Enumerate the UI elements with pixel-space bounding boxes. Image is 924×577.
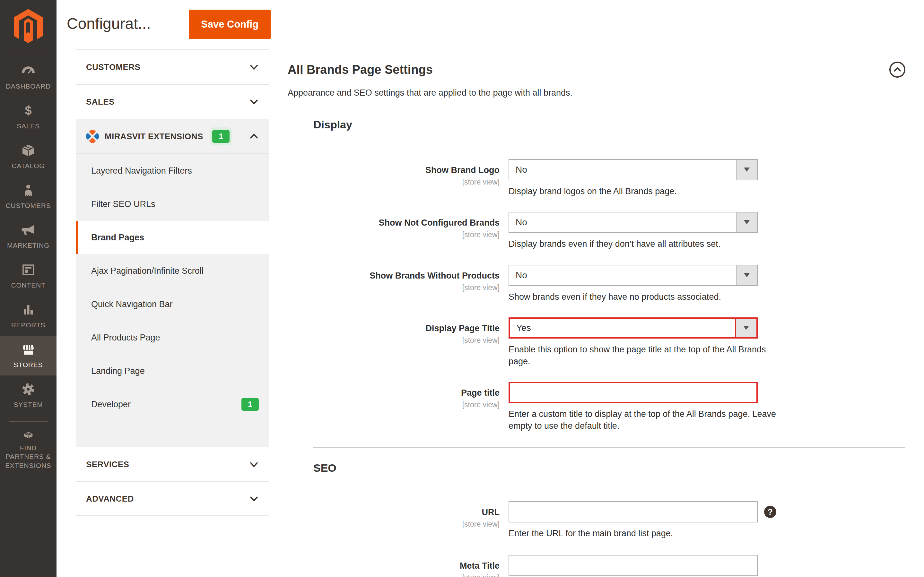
- sales-icon: $: [21, 103, 36, 118]
- sidebar-item-sales[interactable]: $ SALES: [0, 97, 56, 137]
- config-section-services[interactable]: SERVICES: [76, 447, 269, 481]
- extensions-brick-icon: [21, 427, 36, 440]
- config-section-customers[interactable]: CUSTOMERS: [76, 50, 269, 84]
- config-section-label: MIRASVIT EXTENSIONS: [105, 132, 203, 142]
- sidebar-item-catalog[interactable]: CATALOG: [0, 137, 56, 177]
- svg-text:$: $: [25, 104, 31, 117]
- submenu-item-layered-navigation-filters[interactable]: Layered Navigation Filters: [76, 154, 269, 187]
- sidebar-item-label: DASHBOARD: [6, 82, 51, 90]
- field-scope: [store view]: [269, 284, 500, 292]
- config-section-mirasvit-extensions[interactable]: MIRASVIT EXTENSIONS 1: [76, 119, 269, 153]
- url-input[interactable]: [508, 501, 758, 522]
- section-description: Appearance and SEO settings that are app…: [288, 88, 905, 98]
- submenu-item-brand-pages[interactable]: Brand Pages: [76, 221, 269, 254]
- field-note: Display brands even if they don’t have a…: [508, 238, 758, 250]
- field-note: Enter a custom title to display at the t…: [508, 408, 787, 432]
- submenu-item-label: Brand Pages: [91, 233, 144, 243]
- field-scope: [store view]: [269, 230, 500, 239]
- field-show-brand-logo: Show Brand Logo [store view] No Display …: [269, 159, 924, 197]
- submenu-item-label: Developer: [91, 400, 131, 409]
- submenu-item-filter-seo-urls[interactable]: Filter SEO URLs: [76, 187, 269, 221]
- magento-logo-icon[interactable]: [12, 8, 44, 45]
- field-label: URL: [482, 508, 500, 517]
- field-show-not-configured-brands: Show Not Configured Brands [store view] …: [269, 212, 924, 250]
- dropdown-arrow-icon: [736, 160, 757, 180]
- sidebar-item-find-partners[interactable]: FIND PARTNERS & EXTENSIONS: [0, 427, 56, 470]
- submenu-item-developer[interactable]: Developer 1: [76, 388, 269, 421]
- config-section-advanced[interactable]: ADVANCED: [76, 481, 269, 516]
- sidebar-item-reports[interactable]: REPORTS: [0, 296, 56, 336]
- submenu-item-ajax-pagination[interactable]: Ajax Pagination/Infinite Scroll: [76, 254, 269, 287]
- field-page-title: Page title [store view] Enter a custom t…: [269, 382, 924, 432]
- field-label: Show Brands Without Products: [369, 271, 500, 280]
- chevron-down-icon: [249, 98, 259, 105]
- field-note: Enable this option to show the page titl…: [508, 344, 787, 367]
- field-scope: [store view]: [269, 573, 500, 577]
- dropdown-arrow-icon: [736, 213, 757, 232]
- display-page-title-select[interactable]: Yes: [508, 318, 758, 338]
- chevron-down-icon: [249, 64, 259, 70]
- collapse-section-button[interactable]: [889, 61, 905, 78]
- config-section-sales[interactable]: SALES: [76, 84, 269, 119]
- show-brands-without-products-select[interactable]: No: [508, 265, 758, 286]
- config-nav: CUSTOMERS SALES MIRASVIT EXTENSIONS 1: [76, 50, 269, 516]
- dashboard-icon: [21, 63, 36, 79]
- sidebar-item-label: SYSTEM: [13, 400, 43, 409]
- config-section-label: CUSTOMERS: [86, 62, 140, 72]
- sidebar-item-label: CATALOG: [12, 161, 45, 170]
- marketing-icon: [21, 222, 36, 238]
- mirasvit-submenu: Layered Navigation Filters Filter SEO UR…: [76, 153, 269, 447]
- notification-badge: 1: [212, 130, 229, 143]
- sidebar-item-system[interactable]: SYSTEM: [0, 376, 56, 415]
- field-display-page-title: Display Page Title [store view] Yes Enab…: [269, 318, 924, 367]
- stores-icon: [21, 342, 36, 357]
- submenu-item-label: Landing Page: [91, 366, 145, 376]
- field-label: Page title: [461, 388, 500, 398]
- sidebar-item-content[interactable]: CONTENT: [0, 256, 56, 296]
- field-scope: [store view]: [269, 400, 500, 409]
- group-title-seo: SEO: [313, 462, 924, 474]
- submenu-item-all-products-page[interactable]: All Products Page: [76, 321, 269, 354]
- mirasvit-logo-icon: [86, 130, 99, 143]
- sidebar-item-label: CONTENT: [11, 281, 45, 290]
- sidebar-item-label: CUSTOMERS: [6, 201, 51, 210]
- config-section-label: SERVICES: [86, 459, 129, 469]
- submenu-item-label: Filter SEO URLs: [91, 199, 155, 209]
- customers-icon: [21, 182, 36, 198]
- config-section-label: SALES: [86, 97, 114, 107]
- page-title-input[interactable]: [508, 382, 758, 403]
- save-config-button[interactable]: Save Config: [189, 10, 271, 39]
- meta-title-input[interactable]: [508, 555, 758, 576]
- notification-badge: 1: [242, 398, 259, 411]
- field-note: Display brand logos on the All Brands pa…: [508, 185, 758, 197]
- sidebar-item-marketing[interactable]: MARKETING: [0, 216, 56, 256]
- sidebar-divider: [9, 53, 47, 53]
- settings-panel: All Brands Page Settings Appearance and …: [269, 50, 924, 577]
- field-scope: [store view]: [269, 520, 500, 529]
- dropdown-arrow-icon: [735, 319, 756, 337]
- field-show-brands-without-products: Show Brands Without Products [store view…: [269, 265, 924, 303]
- field-label: Show Not Configured Brands: [379, 218, 500, 227]
- field-url: URL [store view] ? Enter the URL for the…: [269, 501, 924, 539]
- show-brand-logo-select[interactable]: No: [508, 159, 758, 181]
- config-section-label: ADVANCED: [86, 494, 134, 504]
- field-scope: [store view]: [269, 178, 500, 187]
- sidebar-item-label: STORES: [14, 360, 43, 369]
- section-divider: [313, 447, 905, 448]
- field-scope: [store view]: [269, 336, 500, 345]
- content-icon: [21, 262, 36, 277]
- system-gear-icon: [21, 382, 36, 397]
- show-not-configured-brands-select[interactable]: No: [508, 212, 758, 233]
- sidebar-item-customers[interactable]: CUSTOMERS: [0, 177, 56, 216]
- sidebar-nav: DASHBOARD $ SALES CATALOG: [0, 57, 56, 470]
- page-title: Configurat...: [67, 15, 179, 32]
- submenu-item-quick-navigation-bar[interactable]: Quick Navigation Bar: [76, 287, 269, 321]
- sidebar-item-stores[interactable]: STORES: [0, 336, 56, 376]
- help-icon[interactable]: ?: [764, 506, 776, 518]
- group-title-display: Display: [313, 118, 924, 131]
- sidebar-item-label: FIND PARTNERS & EXTENSIONS: [2, 443, 55, 470]
- field-meta-title: Meta Title [store view]: [269, 555, 924, 577]
- chevron-up-icon: [893, 67, 901, 72]
- submenu-item-landing-page[interactable]: Landing Page: [76, 354, 269, 388]
- sidebar-item-dashboard[interactable]: DASHBOARD: [0, 57, 56, 97]
